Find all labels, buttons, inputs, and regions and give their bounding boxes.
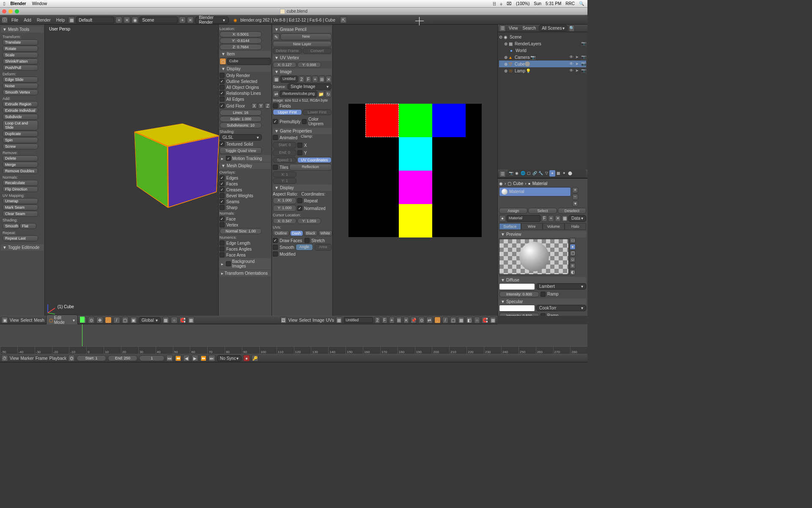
uv-image-menu[interactable]: Image (313, 318, 324, 323)
pivot-icon[interactable]: ⊙ (88, 317, 95, 323)
all-edges-checkbox[interactable]: All Edges (219, 97, 271, 102)
object-tab-icon[interactable]: ▢ (526, 170, 532, 177)
cube-front-face[interactable] (167, 135, 219, 208)
smooth-vertex-button[interactable]: Smooth Vertex (3, 89, 38, 95)
uv-vertex-sel-icon[interactable]: . (434, 317, 441, 323)
upper-first-button[interactable]: Upper First (273, 109, 302, 115)
edge-select-icon[interactable]: / (113, 317, 120, 323)
uv-black-button[interactable]: Black (304, 230, 318, 236)
seams-checkbox[interactable]: Seams (219, 199, 271, 204)
play-icon[interactable]: ▶ (192, 355, 198, 362)
select-button[interactable]: Select (528, 208, 557, 214)
preview-hair-icon[interactable]: ≡ (570, 263, 576, 269)
tree-renderlayers[interactable]: ⊕▦RenderLayers📷 (499, 40, 586, 47)
edges-checkbox[interactable]: Edges (219, 175, 271, 180)
diffuse-color-swatch[interactable] (499, 283, 535, 290)
uv-pivot-icon[interactable]: ⊙ (418, 317, 425, 323)
image-file-icon[interactable]: ⇄ (273, 91, 279, 97)
material-remove-icon[interactable]: − (572, 194, 578, 200)
draw-faces-checkbox[interactable]: Draw Faces (273, 238, 302, 243)
render-menu[interactable]: Render (37, 18, 51, 22)
app-menu[interactable]: Blender (10, 1, 26, 6)
image-unlink-button[interactable]: ⊞ (319, 76, 325, 83)
3d-view-menu[interactable]: View (10, 318, 19, 323)
uv-face-magenta[interactable] (399, 171, 432, 204)
uv-face-blue[interactable] (432, 104, 466, 137)
location-x-field[interactable]: X: 0.5001 (219, 31, 262, 37)
image-name-field[interactable]: Untitled (280, 76, 298, 83)
scene-field[interactable]: Scene (140, 17, 178, 23)
grid-lines-field[interactable]: Lines: 16 (219, 110, 262, 116)
image-panel-header[interactable]: ▼Image (273, 69, 332, 75)
modifiers-tab-icon[interactable]: 🔧 (538, 170, 543, 177)
scene-browse-icon[interactable]: ◉ (132, 17, 138, 23)
end-frame-field[interactable]: End: 250 (108, 355, 137, 361)
screen-layout-field[interactable]: Default (76, 17, 114, 23)
material-name-field[interactable]: Material (507, 215, 540, 222)
stretch-angle-button[interactable]: Angle (296, 244, 313, 251)
convert-button[interactable]: Convert (303, 48, 332, 54)
material-add-icon[interactable]: + (572, 187, 578, 193)
minimize-window-button[interactable] (8, 9, 13, 14)
rotate-button[interactable]: Rotate (3, 46, 38, 52)
outline-selected-checkbox[interactable]: Outline Selected (219, 79, 271, 84)
close-window-button[interactable] (2, 9, 6, 14)
grid-subdivisions-field[interactable]: Subdivisions: 10 (219, 122, 262, 128)
jump-next-keyframe-icon[interactable]: ⏩ (200, 355, 207, 362)
uv-edge-sel-icon[interactable]: / (442, 317, 449, 323)
extrude-individual-button[interactable]: Extrude Individual (3, 108, 38, 113)
specular-intensity-field[interactable]: Intensity: 0.500 (499, 313, 539, 316)
uv-channels-icon[interactable]: ▦ (490, 317, 496, 323)
eye-icon[interactable]: 👁 (569, 55, 574, 60)
animated-checkbox[interactable]: Animated (273, 135, 297, 140)
assign-button[interactable]: Assign (499, 208, 527, 214)
anim-speed-field[interactable]: Speed: 1 (273, 157, 296, 163)
outliner-editor-type-icon[interactable]: ☰ (499, 25, 506, 32)
help-menu[interactable]: Help (56, 18, 65, 22)
3d-mesh-menu[interactable]: Mesh (34, 318, 44, 323)
image-add-button[interactable]: + (312, 76, 318, 83)
uv-add-icon[interactable]: + (389, 317, 395, 323)
repeat-last-button[interactable]: Repeat Last (3, 235, 38, 241)
add-scene-icon[interactable]: + (179, 17, 186, 23)
preview-monkey-icon[interactable]: ☺ (570, 257, 576, 262)
faces-angles-checkbox[interactable]: Faces Angles (219, 246, 271, 251)
outliner-search-menu[interactable]: Search (523, 26, 536, 30)
tiles-y-field[interactable]: Y: 1 (273, 178, 296, 184)
uv-island-sel-icon[interactable]: ▦ (458, 317, 464, 323)
wire-tab[interactable]: Wire (521, 223, 543, 230)
outliner-search-icon[interactable]: 🔍 (569, 25, 575, 32)
tree-cube[interactable]: ⊕▽Cube👁➤📷 (499, 61, 586, 67)
uv-select-menu[interactable]: Select (299, 318, 311, 323)
tree-scene[interactable]: ⊖◉Scene (499, 33, 586, 40)
uv-editor-type-icon[interactable]: 🖼 (280, 317, 287, 323)
autokeying-icon[interactable]: ● (243, 355, 250, 362)
preview-header[interactable]: ▼Preview (499, 231, 586, 237)
user-label[interactable]: RRC (565, 1, 575, 6)
uv-view-menu[interactable]: View (288, 318, 298, 323)
timeline-canvas[interactable] (0, 324, 587, 346)
surface-tab[interactable]: Surface (499, 223, 521, 230)
uv-face-yellow[interactable] (399, 204, 432, 237)
mesh-tools-header[interactable]: ▼Mesh Tools (1, 26, 44, 33)
camera-icon[interactable]: 📷 (581, 41, 586, 46)
uv-white-button[interactable]: White (318, 230, 332, 236)
sync-mode-dropdown[interactable]: No Sync▾ (217, 355, 241, 362)
merge-button[interactable]: Merge (3, 162, 38, 168)
material-specials-icon[interactable]: ▾ (572, 201, 578, 207)
render-tab-icon[interactable]: 📷 (508, 170, 514, 177)
timeline-cursor[interactable] (82, 324, 82, 346)
vertex-select-icon[interactable]: . (105, 317, 112, 323)
timeline-marker-menu[interactable]: Marker (21, 356, 34, 361)
specular-shader-dropdown[interactable]: CookTorr▾ (536, 305, 586, 311)
uv-vertex-x-field[interactable]: X: 0.127 (273, 62, 296, 68)
grease-pencil-draw-icon[interactable]: ✎ (273, 33, 280, 40)
render-engine-dropdown[interactable]: Blender Render▾ (195, 17, 229, 24)
specular-color-swatch[interactable] (499, 305, 535, 312)
jump-start-icon[interactable]: ⏮ (166, 355, 173, 362)
anim-end-field[interactable]: End: 0 (273, 149, 296, 156)
grid-y-toggle[interactable]: Y (258, 103, 264, 109)
grease-pencil-new-layer-button[interactable]: New Layer (273, 41, 332, 47)
smooth-button[interactable]: Smooth (3, 223, 19, 229)
apple-menu-icon[interactable]:  (3, 1, 5, 7)
